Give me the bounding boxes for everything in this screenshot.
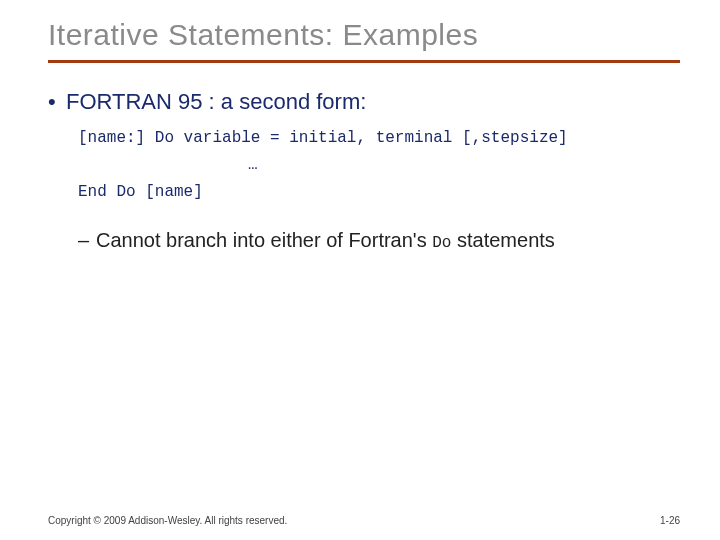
- copyright-text: Copyright © 2009 Addison-Wesley. All rig…: [48, 515, 287, 526]
- code-line-3: End Do [name]: [78, 179, 680, 206]
- code-block: [name:] Do variable = initial, terminal …: [78, 125, 680, 207]
- code-line-2: …: [78, 152, 680, 179]
- slide: Iterative Statements: Examples FORTRAN 9…: [0, 0, 720, 540]
- slide-title: Iterative Statements: Examples: [48, 18, 680, 52]
- bullet-level1: FORTRAN 95 : a second form:: [48, 89, 680, 115]
- page-number: 1-26: [660, 515, 680, 526]
- title-underline: [48, 60, 680, 63]
- bullet2-text-pre: Cannot branch into either of Fortran's: [96, 229, 432, 251]
- bullet-level2: Cannot branch into either of Fortran's D…: [78, 229, 680, 252]
- bullet2-code: Do: [432, 234, 451, 252]
- footer: Copyright © 2009 Addison-Wesley. All rig…: [48, 515, 680, 526]
- bullet2-text-post: statements: [451, 229, 554, 251]
- code-line-1: [name:] Do variable = initial, terminal …: [78, 125, 680, 152]
